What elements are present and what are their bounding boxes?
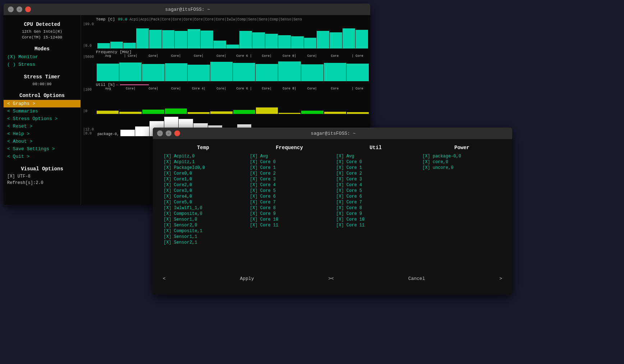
util-bar	[210, 111, 232, 114]
temp-bar	[214, 41, 226, 49]
power-column-header: Power	[422, 145, 501, 151]
temp-bar	[123, 43, 136, 49]
dialog-columns: Temp [X] Acpitz,0 [X] Acpitz,1 [X] Packa…	[160, 145, 505, 271]
temp-item-8[interactable]: [X] Core5,0	[164, 199, 243, 205]
freq-item-6[interactable]: [X] Core 5	[250, 188, 329, 194]
util-bar	[97, 111, 119, 114]
freq-item-1[interactable]: [X] Core 0	[250, 159, 329, 165]
freq-bar	[233, 63, 255, 81]
temp-item-10[interactable]: [X] Composite,0	[164, 211, 243, 217]
cpu-model-line1: 12th Gen Intel(R)	[4, 29, 81, 34]
menu-summaries[interactable]: < Summaries	[4, 107, 81, 115]
dialog-right-btn[interactable]: >	[496, 275, 505, 283]
util-item-9[interactable]: [X] Core 8	[336, 205, 415, 211]
temp-item-7[interactable]: [X] Core4,0	[164, 194, 243, 199]
freq-item-0[interactable]: [X] Avg	[250, 153, 329, 159]
dialog-close-button[interactable]	[174, 130, 180, 136]
dialog-title-bar: − + sagar@itsFOSS: ~	[153, 128, 512, 139]
menu-about[interactable]: < About >	[4, 138, 81, 145]
util-item-6[interactable]: [X] Core 5	[336, 188, 415, 194]
util-item-12[interactable]: [X] Core 11	[336, 222, 415, 228]
mode-monitor[interactable]: (X) Monitor	[4, 53, 81, 61]
main-window-controls[interactable]: − +	[8, 6, 31, 12]
temp-item-13[interactable]: [X] Composite,1	[164, 228, 243, 234]
dialog-cancel-btn[interactable]: Cancel	[405, 275, 428, 283]
util-item-3[interactable]: [X] Core 2	[336, 171, 415, 176]
freq-item-3[interactable]: [X] Core 2	[250, 171, 329, 176]
dialog-apply-btn[interactable]: Apply	[237, 275, 257, 283]
temp-item-6[interactable]: [X] Core3,0	[164, 188, 243, 194]
freq-item-5[interactable]: [X] Core 4	[250, 182, 329, 188]
power-item-2[interactable]: [X] uncore,0	[422, 165, 501, 171]
freq-item-8[interactable]: [X] Core 7	[250, 199, 329, 205]
freq-item-10[interactable]: [X] Core 9	[250, 211, 329, 217]
temp-item-3[interactable]: [X] Core0,0	[164, 171, 243, 176]
dialog-window-controls[interactable]: − +	[157, 130, 180, 136]
util-item-8[interactable]: [X] Core 7	[336, 199, 415, 205]
menu-quit[interactable]: < Quit >	[4, 153, 81, 160]
temp-bar	[226, 45, 239, 49]
temp-bar	[239, 31, 252, 49]
temp-item-0[interactable]: [X] Acpitz,0	[164, 153, 243, 159]
dialog-frequency-column: Frequency [X] Avg [X] Core 0 [X] Core 1 …	[246, 145, 332, 271]
menu-save-settings[interactable]: < Save Settings >	[4, 145, 81, 153]
util-bar	[347, 112, 369, 114]
dialog-left-btn[interactable]: <	[160, 275, 169, 283]
dialog-minimize-button[interactable]: −	[157, 130, 163, 136]
power-item-0[interactable]: [X] package-0,0	[422, 153, 501, 159]
temp-bar	[175, 31, 187, 49]
util-item-11[interactable]: [X] Core 10	[336, 217, 415, 222]
cpu-detected-label: CPU Detected	[4, 19, 81, 29]
temp-item-12[interactable]: [X] Sensor2,0	[164, 222, 243, 228]
temp-item-4[interactable]: [X] Core1,0	[164, 176, 243, 182]
util-item-4[interactable]: [X] Core 3	[336, 176, 415, 182]
freq-item-4[interactable]: [X] Core 3	[250, 176, 329, 182]
freq-bar	[97, 64, 119, 81]
frequency-column-header: Frequency	[250, 145, 329, 151]
menu-stress-options[interactable]: < Stress Options >	[4, 115, 81, 123]
temp-item-15[interactable]: [X] Sensor2,1	[164, 240, 243, 245]
close-button[interactable]	[25, 6, 31, 12]
temp-item-2[interactable]: [X] PackageId0,0	[164, 165, 243, 171]
temp-item-14[interactable]: [X] Sensor1,1	[164, 234, 243, 240]
freq-item-7[interactable]: [X] Core 6	[250, 194, 329, 199]
dialog-maximize-button[interactable]: +	[166, 130, 171, 136]
temp-bar	[201, 31, 213, 49]
power-y-top: |12.0	[83, 128, 96, 132]
temp-item-9[interactable]: [X] Iwlwifi_1,0	[164, 205, 243, 211]
util-item-1[interactable]: [X] Core 0	[336, 159, 415, 165]
freq-item-12[interactable]: [X] Core 11	[250, 222, 329, 228]
util-bar	[301, 111, 323, 114]
temp-bar	[278, 35, 291, 49]
util-item-10[interactable]: [X] Core 9	[336, 211, 415, 217]
temp-item-5[interactable]: [X] Core2,0	[164, 182, 243, 188]
maximize-button[interactable]: +	[17, 6, 22, 12]
dialog-body: Temp [X] Acpitz,0 [X] Acpitz,1 [X] Packa…	[153, 139, 512, 295]
power-item-1[interactable]: [X] core,0	[422, 159, 501, 165]
menu-reset[interactable]: < Reset >	[4, 123, 81, 130]
dialog-middle-btn[interactable]: ><	[325, 275, 337, 283]
util-item-2[interactable]: [X] Core 1	[336, 165, 415, 171]
temp-item-1[interactable]: [X] Acpitz,1	[164, 159, 243, 165]
main-window-title: sagar@itsFOSS: ~	[31, 7, 344, 12]
stress-timer-label: Stress Timer	[4, 71, 81, 81]
freq-item-2[interactable]: [X] Core 1	[250, 165, 329, 171]
freq-item-11[interactable]: [X] Core 10	[250, 217, 329, 222]
menu-graphs[interactable]: < Graphs >	[4, 100, 81, 107]
temp-bar	[149, 30, 162, 49]
power-bar	[135, 126, 150, 136]
util-item-7[interactable]: [X] Core 6	[336, 194, 415, 199]
dialog-power-column: Power [X] package-0,0 [X] core,0 [X] unc…	[419, 145, 505, 271]
freq-item-9[interactable]: [X] Core 8	[250, 205, 329, 211]
control-options-label: Control Options	[4, 90, 81, 100]
mode-stress[interactable]: ( ) Stress	[4, 61, 81, 68]
freq-chart-label: Frequency [MHz]	[96, 50, 132, 54]
menu-help[interactable]: < Help >	[4, 130, 81, 138]
dialog-window-title: sagar@itsFOSS: ~	[180, 131, 486, 136]
util-item-5[interactable]: [X] Core 4	[336, 182, 415, 188]
util-item-0[interactable]: [X] Avg	[336, 153, 415, 159]
freq-bar	[347, 64, 369, 81]
minimize-button[interactable]: −	[8, 6, 14, 12]
util-bar	[165, 109, 187, 114]
temp-item-11[interactable]: [X] Sensor1,0	[164, 217, 243, 222]
